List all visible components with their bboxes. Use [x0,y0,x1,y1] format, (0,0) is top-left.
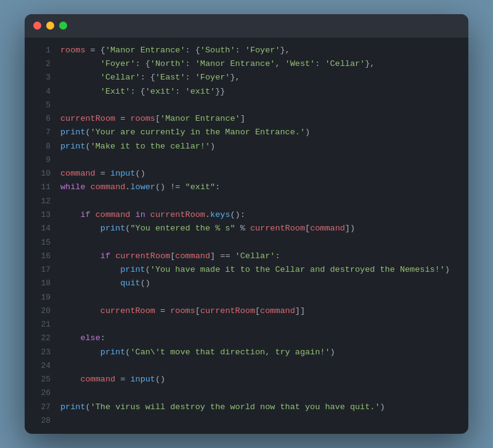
code-line: 15 [25,236,468,250]
code-line: 11 while command.lower() != "exit": [25,181,468,194]
code-line: 10 command = input() [25,167,468,181]
code-line: 1 rooms = {'Manor Entrance': {'South': '… [25,44,468,57]
code-editor-window: 1 rooms = {'Manor Entrance': {'South': '… [25,14,468,434]
code-line: 24 [25,359,468,373]
code-line: 27 print('The virus will destroy the wor… [25,401,468,414]
code-line: 5 [25,99,468,112]
code-line: 20 currentRoom = rooms[currentRoom[comma… [25,304,468,318]
titlebar [25,14,468,38]
code-line: 23 print('Can\'t move that direction, tr… [25,346,468,359]
code-line: 28 [25,414,468,428]
code-line: 22 else: [25,332,468,345]
code-line: 26 [25,386,468,400]
code-line: 8 print('Make it to the cellar!') [25,140,468,153]
code-line: 7 print('Your are currently in the Manor… [25,126,468,139]
code-line: 16 if currentRoom[command] == 'Cellar': [25,250,468,263]
maximize-button[interactable] [59,22,67,30]
minimize-button[interactable] [46,22,54,30]
code-line: 21 [25,318,468,332]
code-line: 13 if command in currentRoom.keys(): [25,208,468,222]
code-line: 9 [25,153,468,167]
code-line: 12 [25,195,468,208]
code-line: 14 print("You entered the % s" % current… [25,222,468,235]
code-line: 25 command = input() [25,373,468,386]
code-line: 3 'Cellar': {'East': 'Foyer'}, [25,71,468,84]
close-button[interactable] [33,22,41,30]
code-line: 17 print('You have made it to the Cellar… [25,263,468,277]
code-line: 4 'Exit': {'exit': 'exit'}} [25,85,468,99]
code-line: 18 quit() [25,277,468,290]
code-line: 19 [25,291,468,304]
code-line: 6 currentRoom = rooms['Manor Entrance'] [25,112,468,126]
code-area: 1 rooms = {'Manor Entrance': {'South': '… [25,38,468,434]
code-line: 2 'Foyer': {'North': 'Manor Entrance', '… [25,57,468,71]
